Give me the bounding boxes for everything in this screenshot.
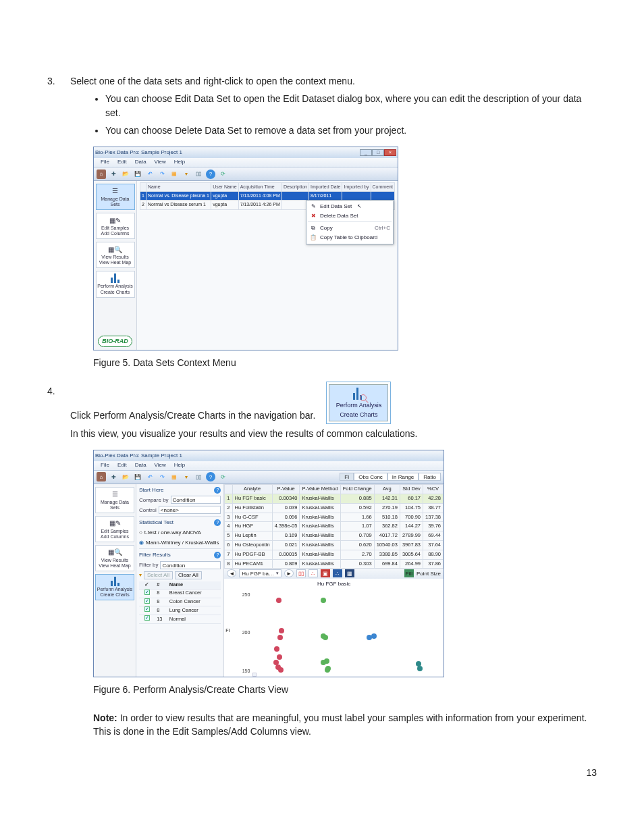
fill-toggle[interactable]: Fill [404, 569, 414, 577]
data-point[interactable] [278, 667, 284, 673]
menu-view[interactable]: View [151, 461, 170, 470]
data-point[interactable] [321, 660, 326, 665]
nav-view-results[interactable]: ▦🔍 View Results View Heat Map [95, 545, 134, 571]
dot-chart-icon[interactable]: ∴ [308, 569, 318, 577]
data-point[interactable] [279, 628, 284, 633]
nav-edit-samples[interactable]: ▦✎ Edit Samples Add Columns [95, 516, 134, 542]
result-row[interactable]: 3Hu G-CSF0.096Kruskal-Wallis1.66510.1870… [225, 513, 444, 522]
select-all-button[interactable]: Select All [144, 571, 173, 579]
nav-view-results[interactable]: ▦🔍 View Results View Heat Map [96, 242, 135, 268]
filter-row[interactable]: 8Breast Cancer [139, 589, 221, 598]
clear-all-button[interactable]: Clear All [175, 571, 202, 579]
columns-icon[interactable]: ▯▯ [194, 472, 203, 481]
ctx-copy-table[interactable]: 📋 Copy Table to Clipboard [308, 233, 392, 242]
tab-in-range[interactable]: In Range [387, 473, 419, 481]
radio-mann-whitney[interactable]: ◉ Mann-Whitney / Kruskal-Wallis [139, 539, 221, 547]
result-row[interactable]: 6Hu Osteopontin0.021Kruskal-Wallis0.6201… [225, 541, 444, 550]
nav-manage-data-sets[interactable]: ☰ Manage Data Sets [96, 184, 135, 210]
next-icon[interactable]: ► [284, 569, 294, 577]
menu-edit[interactable]: Edit [113, 461, 131, 470]
menu-view[interactable]: View [151, 158, 170, 167]
nav-manage-data-sets[interactable]: ☰ Manage Data Sets [95, 487, 134, 513]
data-point[interactable] [371, 633, 377, 639]
open-icon[interactable]: 📂 [121, 170, 130, 179]
open-icon[interactable]: 📂 [121, 472, 130, 481]
grid-icon[interactable]: ▦ [169, 170, 179, 179]
menu-edit[interactable]: Edit [113, 158, 131, 167]
redo-icon[interactable]: ↷ [157, 170, 167, 179]
ctx-copy[interactable]: ⧉ Copy Ctrl+C [308, 224, 392, 233]
filter-row[interactable]: 8Lung Cancer [139, 606, 221, 615]
undo-icon[interactable]: ↶ [145, 472, 155, 481]
filter-row[interactable]: 8Colon Cancer [139, 598, 221, 606]
close-button[interactable]: × [384, 149, 396, 156]
redo-icon[interactable]: ↷ [157, 472, 167, 481]
undo-icon[interactable]: ↶ [145, 170, 155, 179]
data-point[interactable] [323, 635, 328, 640]
refresh-icon[interactable]: ⟳ [218, 170, 227, 179]
help-icon[interactable]: ? [214, 552, 221, 558]
result-row[interactable]: 4Hu HGF4.398e-05Kruskal-Wallis1.07362.82… [225, 522, 444, 531]
tab-ratio[interactable]: Ratio [419, 473, 441, 481]
nav-perform-analysis[interactable]: Perform Analysis Create Charts [96, 271, 135, 297]
heat-chart-icon[interactable]: ▦ [345, 569, 354, 577]
help-icon[interactable]: ? [214, 487, 221, 494]
scatter-chart-icon[interactable]: ∴ [333, 569, 342, 577]
data-point[interactable] [325, 667, 330, 673]
filter-by-select[interactable]: Condition [160, 561, 221, 569]
data-point[interactable] [277, 654, 282, 660]
col-user[interactable]: User Name [211, 183, 238, 192]
result-row[interactable]: 2Hu Follistatin0.039Kruskal-Wallis0.5922… [225, 503, 444, 513]
tab-fi[interactable]: FI [340, 473, 354, 481]
data-point[interactable] [321, 598, 326, 603]
nav-perform-analysis[interactable]: Perform Analysis Create Charts [95, 574, 134, 600]
result-row[interactable]: 1Hu FGF basic0.00340Kruskal-Wallis0.8851… [225, 494, 444, 503]
menu-file[interactable]: File [97, 461, 113, 470]
prev-icon[interactable]: ◄ [227, 569, 236, 577]
menu-data[interactable]: Data [131, 461, 151, 470]
grid-icon[interactable]: ▦ [169, 472, 179, 481]
home-icon[interactable]: ⌂ [97, 472, 106, 481]
col-index[interactable] [140, 183, 146, 192]
home-icon[interactable]: ⌂ [97, 170, 106, 179]
help-icon[interactable]: ? [206, 472, 215, 481]
data-point[interactable] [276, 598, 281, 603]
menu-help[interactable]: Help [170, 461, 189, 470]
box-chart-icon[interactable]: ▣ [321, 569, 330, 577]
ctx-delete-data-set[interactable]: ✖ Delete Data Set [308, 211, 392, 221]
tab-obs-conc[interactable]: Obs Conc [354, 473, 387, 481]
data-point[interactable] [417, 666, 423, 671]
data-point[interactable] [274, 646, 279, 652]
plot-area[interactable] [252, 588, 439, 673]
minimize-button[interactable]: _ [360, 149, 372, 156]
radio-ttest[interactable]: ○ t-test / one-way ANOVA [139, 529, 221, 537]
nav-edit-samples[interactable]: ▦✎ Edit Samples Add Columns [96, 213, 135, 239]
menu-help[interactable]: Help [170, 158, 189, 167]
col-comment[interactable]: Comment [371, 183, 394, 192]
help-icon[interactable]: ? [206, 170, 215, 179]
ctx-edit-data-set[interactable]: ✎ Edit Data Set ↖ [308, 202, 392, 211]
col-name[interactable]: Name [146, 183, 211, 192]
refresh-icon[interactable]: ⟳ [218, 472, 227, 481]
col-desc[interactable]: Description [281, 183, 308, 192]
menu-file[interactable]: File [97, 158, 113, 167]
columns-icon[interactable]: ▯▯ [194, 170, 203, 179]
col-impby[interactable]: Imported by [342, 183, 371, 192]
new-icon[interactable]: ✚ [109, 472, 118, 481]
result-row[interactable]: 5Hu Leptin0.169Kruskal-Wallis0.7094017.7… [225, 531, 444, 541]
bar-chart-icon[interactable]: ▯▯ [296, 569, 306, 577]
funnel-icon[interactable]: ▾ [182, 170, 191, 179]
result-row[interactable]: 7Hu PDGF-BB0.00015Kruskal-Wallis2.703380… [225, 550, 444, 560]
data-point[interactable] [277, 635, 283, 640]
maximize-button[interactable]: □ [372, 149, 384, 156]
col-acq[interactable]: Acquisition Time [238, 183, 281, 192]
menu-data[interactable]: Data [131, 158, 151, 167]
new-icon[interactable]: ✚ [109, 170, 118, 179]
data-point[interactable] [367, 635, 372, 640]
result-row[interactable]: 8Hu PECAM10.869Kruskal-Wallis0.303699.84… [225, 559, 444, 568]
control-select[interactable]: <none> [159, 506, 221, 514]
data-set-row[interactable]: 1 Normal vs. Disease plasma 1 vgupta 7/1… [140, 192, 395, 201]
save-icon[interactable]: 💾 [133, 170, 142, 179]
help-icon[interactable]: ? [214, 519, 221, 526]
compare-by-select[interactable]: Condition [171, 496, 221, 504]
